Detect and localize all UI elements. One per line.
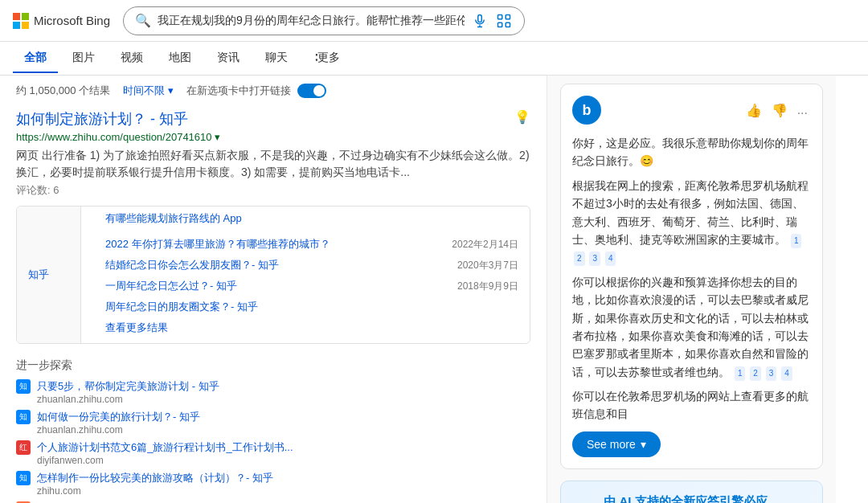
suggest-date-2: 2020年3月7日 <box>457 259 530 272</box>
thumbs-up-button[interactable]: 👍 <box>743 100 765 121</box>
deep-icon-1: 知 <box>16 379 31 394</box>
suggest-link-2[interactable]: 结婚纪念日你会怎么发朋友圈？- 知乎 <box>94 255 290 276</box>
left-panel: 约 1,050,000 个结果 时间不限 ▾ 在新选项卡中打开链接 💡 如何制定… <box>0 76 547 503</box>
ai-ref-1-1[interactable]: 1 <box>791 234 802 248</box>
deep-text-3: 个人旅游计划书范文6篇_旅游行程计划书_工作计划书... diyifanwen.… <box>37 440 530 466</box>
tab-chat[interactable]: 聊天 <box>254 44 299 73</box>
deep-domain-4: zhihu.com <box>37 485 530 497</box>
see-more-results[interactable]: 查看更多结果 <box>94 317 530 338</box>
svg-rect-5 <box>498 22 502 27</box>
search-actions <box>471 12 513 30</box>
deep-search-item-3: 红 个人旅游计划书范文6篇_旅游行程计划书_工作计划书... diyifanwe… <box>16 440 530 466</box>
results-count: 约 1,050,000 个结果 <box>16 84 110 98</box>
suggest-date-1: 2022年2月14日 <box>452 238 530 251</box>
svg-rect-3 <box>498 14 502 18</box>
svg-rect-6 <box>506 22 510 27</box>
tab-images[interactable]: 图片 <box>61 44 106 73</box>
ms-logo-icon <box>13 13 29 29</box>
ai-ref-2-3[interactable]: 3 <box>766 366 777 381</box>
suggest-link-3[interactable]: 一周年纪念日怎么过？- 知乎 <box>94 276 248 296</box>
deep-search-title: 进一步探索 <box>16 358 530 373</box>
deep-text-1: 只要5步，帮你制定完美旅游计划 - 知乎 zhuanlan.zhihu.com <box>37 379 530 405</box>
result-card-1: 💡 如何制定旅游计划？ - 知乎 https://www.zhihu.com/q… <box>16 109 530 344</box>
search-icon: 🔍 <box>135 13 151 28</box>
results-bar: 约 1,050,000 个结果 时间不限 ▾ 在新选项卡中打开链接 <box>16 84 530 98</box>
ai-action-buttons: 👍 👎 ... <box>743 100 811 121</box>
result-url-1: https://www.zhihu.com/question/20741610 … <box>16 131 530 143</box>
deep-search-item-1: 知 只要5步，帮你制定完美旅游计划 - 知乎 zhuanlan.zhihu.co… <box>16 379 530 405</box>
suggest-box: 知乎 有哪些能规划旅行路线的 App 2022 年你打算去哪里旅游？有哪些推荐的… <box>16 206 530 344</box>
deep-icon-2: 知 <box>16 410 31 424</box>
deep-link-4[interactable]: 怎样制作一份比较完美的旅游攻略（计划）？- 知乎 <box>37 472 273 484</box>
tab-maps[interactable]: 地图 <box>158 44 203 73</box>
deep-domain-3: diyifanwen.com <box>37 455 530 466</box>
ai-ref-2-1[interactable]: 1 <box>735 366 746 381</box>
suggest-date-3: 2018年9月9日 <box>457 280 530 293</box>
thumbs-down-button[interactable]: 👎 <box>768 100 791 121</box>
deep-domain-2: zhuanlan.zhihu.com <box>37 424 530 436</box>
bing-ai-logo: b <box>572 96 601 125</box>
right-panel: b 👍 👎 ... 你好，这是必应。我很乐意帮助你规划你的周年纪念日旅行。😊 根… <box>547 76 836 503</box>
main-content: 约 1,050,000 个结果 时间不限 ▾ 在新选项卡中打开链接 💡 如何制定… <box>0 76 868 503</box>
deep-domain-1: zhuanlan.zhihu.com <box>37 394 530 405</box>
search-bar[interactable]: 🔍 <box>123 6 525 35</box>
deep-search-item-4: 知 怎样制作一份比较完美的旅游攻略（计划）？- 知乎 zhihu.com <box>16 471 530 497</box>
open-new-tab-label: 在新选项卡中打开链接 <box>186 84 291 98</box>
deep-text-4: 怎样制作一份比较完美的旅游攻略（计划）？- 知乎 zhihu.com <box>37 471 530 497</box>
logo[interactable]: Microsoft Bing <box>13 13 110 29</box>
lightbulb-icon[interactable]: 💡 <box>514 109 530 125</box>
nav-tabs: 全部 图片 视频 地图 资讯 聊天 ∶更多 <box>0 42 868 76</box>
suggest-link-1[interactable]: 2022 年你打算去哪里旅游？有哪些推荐的城市？ <box>94 234 342 255</box>
suggest-right-label[interactable]: 有哪些能规划旅行路线的 App <box>94 207 530 229</box>
tab-news[interactable]: 资讯 <box>206 44 251 73</box>
ai-ref-2-4[interactable]: 4 <box>781 366 792 381</box>
deep-link-2[interactable]: 如何做一份完美的旅行计划？- 知乎 <box>37 411 200 423</box>
tab-more[interactable]: ∶更多 <box>302 44 351 73</box>
deep-link-1[interactable]: 只要5步，帮你制定完美旅游计划 - 知乎 <box>37 380 219 392</box>
ai-ref-1-2[interactable]: 2 <box>574 251 585 266</box>
ai-ref-1-3[interactable]: 3 <box>589 251 600 266</box>
more-options-button[interactable]: ... <box>794 100 811 121</box>
visual-search-button[interactable] <box>495 12 513 30</box>
result-desc-1: 网页 出行准备 1) 为了旅途拍照好看买点新衣服，不是我的兴趣，不过身边确实有不… <box>16 147 530 181</box>
toggle-switch[interactable] <box>297 84 326 98</box>
suggest-brand: 知乎 <box>17 207 81 343</box>
ai-card: b 👍 👎 ... 你好，这是必应。我很乐意帮助你规划你的周年纪念日旅行。😊 根… <box>560 84 823 469</box>
tab-all[interactable]: 全部 <box>13 44 58 73</box>
result-meta-1: 评论数: 6 <box>16 183 530 198</box>
ai-paragraph1: 根据我在网上的搜索，距离伦敦希思罗机场航程不超过3小时的去处有很多，例如法国、德… <box>572 177 811 267</box>
suggest-link-4[interactable]: 周年纪念日的朋友圈文案？- 知乎 <box>94 296 530 317</box>
ai-ref-2-2[interactable]: 2 <box>750 366 761 381</box>
tab-videos[interactable]: 视频 <box>109 44 154 73</box>
ai-greeting: 你好，这是必应。我很乐意帮助你规划你的周年纪念日旅行。😊 <box>572 134 811 170</box>
chevron-down-icon: ▾ <box>641 438 646 451</box>
voice-search-button[interactable] <box>471 12 489 30</box>
promo-title: 由 AI 支持的全新应答引擎必应。 <box>574 494 809 503</box>
open-new-tab-toggle: 在新选项卡中打开链接 <box>186 84 326 98</box>
promo-card: 由 AI 支持的全新应答引擎必应。 ✉ 加入等待列表 了解详细信息 查看其他示例… <box>560 481 823 503</box>
svg-rect-4 <box>506 14 510 18</box>
time-filter[interactable]: 时间不限 ▾ <box>123 84 174 98</box>
deep-text-2: 如何做一份完美的旅行计划？- 知乎 zhuanlan.zhihu.com <box>37 410 530 436</box>
deep-search-item-2: 知 如何做一份完美的旅行计划？- 知乎 zhuanlan.zhihu.com <box>16 410 530 436</box>
see-more-button[interactable]: See more ▾ <box>572 431 661 457</box>
search-input[interactable] <box>158 14 465 27</box>
ai-paragraph2: 你可以根据你的兴趣和预算选择你想去的目的地，比如你喜欢浪漫的话，可以去巴黎或者威… <box>572 273 811 381</box>
ai-paragraph3: 你可以在伦敦希思罗机场的网站上查看更多的航班信息和目 <box>572 387 811 423</box>
header: Microsoft Bing 🔍 <box>0 0 868 42</box>
logo-text: Microsoft Bing <box>34 14 110 27</box>
svg-rect-0 <box>478 14 482 22</box>
deep-icon-3: 红 <box>16 440 31 455</box>
deep-search-section: 进一步探索 知 只要5步，帮你制定完美旅游计划 - 知乎 zhuanlan.zh… <box>16 358 530 503</box>
deep-icon-4: 知 <box>16 471 31 485</box>
ai-header: b 👍 👎 ... <box>572 96 811 125</box>
ai-ref-1-4[interactable]: 4 <box>605 251 616 266</box>
suggest-links: 2022 年你打算去哪里旅游？有哪些推荐的城市？ 2022年2月14日 结婚纪念… <box>94 229 530 343</box>
deep-link-3[interactable]: 个人旅游计划书范文6篇_旅游行程计划书_工作计划书... <box>37 441 293 453</box>
result-title-1[interactable]: 如何制定旅游计划？ - 知乎 <box>16 109 530 129</box>
